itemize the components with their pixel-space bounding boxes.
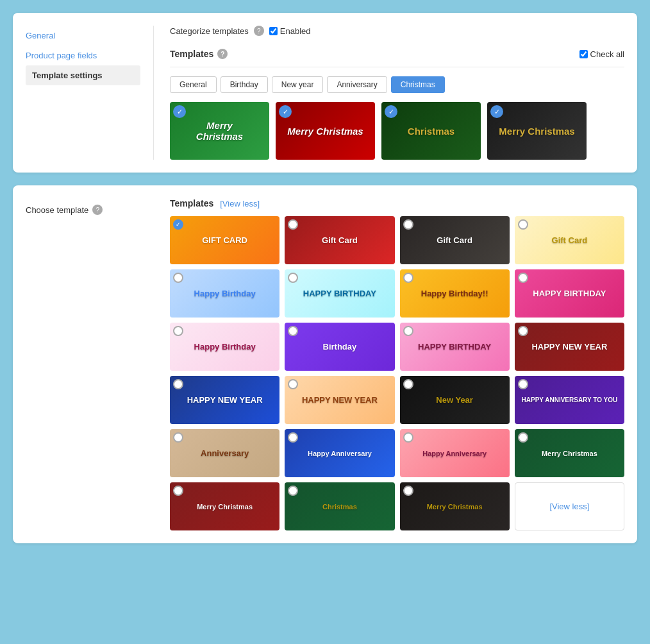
sidebar-item-general[interactable]: General bbox=[26, 26, 140, 46]
tcard-xm-green2[interactable]: Christmas bbox=[285, 482, 394, 530]
help-icon-categorize[interactable]: ? bbox=[254, 26, 264, 36]
templates-title: Templates ? bbox=[170, 49, 228, 59]
tcard-hb-blue[interactable]: Happy Birthday bbox=[170, 269, 279, 318]
tcard-text-ny-black: New Year bbox=[433, 393, 476, 407]
tcard-gc-cream[interactable]: Gift Card bbox=[515, 216, 624, 264]
tcard-text-hb-purple: Birthday bbox=[321, 339, 360, 354]
help-icon-choose-template[interactable]: ? bbox=[92, 205, 103, 215]
tcard-text-hb-pink: Happy Birthday bbox=[192, 339, 258, 354]
radio-hb-cyan bbox=[288, 273, 298, 283]
xmas3-text: Christmas bbox=[408, 126, 454, 137]
tab-anniversary[interactable]: Anniversary bbox=[327, 76, 387, 93]
check-all-checkbox[interactable] bbox=[579, 50, 588, 58]
tcard-text-gc-red: Gift Card bbox=[319, 233, 360, 248]
radio-hb-blue bbox=[173, 273, 183, 283]
tcard-text-an-blue: Happy Anniversary bbox=[305, 447, 374, 460]
tcard-text-an-pink: Happy Anniversary bbox=[420, 447, 489, 460]
template-thumb-xmas3[interactable]: ✓ Christmas bbox=[381, 102, 481, 160]
choose-template-text: Choose template bbox=[26, 205, 88, 215]
tcard-an-tan[interactable]: Anniversary bbox=[170, 429, 279, 477]
radio-xm-red2 bbox=[173, 486, 183, 496]
tcard-text-hb-pink2: HAPPY BIRTHDAY bbox=[415, 339, 494, 354]
radio-an-tan bbox=[173, 432, 183, 443]
check-all-text: Check all bbox=[590, 49, 624, 59]
help-icon-templates[interactable]: ? bbox=[217, 49, 228, 59]
tcard-hb-yellow[interactable]: Happy Birthday!! bbox=[400, 269, 510, 318]
radio-hb-pink bbox=[173, 326, 183, 336]
top-template-grid: ✓ MerryChristmas ✓ Merry Christmas ✓ Chr… bbox=[170, 102, 624, 160]
radio-gc-dark bbox=[403, 219, 413, 230]
tcard-text-gc-dark: Gift Card bbox=[434, 233, 475, 248]
tcard-xm-green[interactable]: Merry Christmas bbox=[515, 429, 624, 477]
tcard-hb-cyan[interactable]: HAPPY BIRTHDAY bbox=[285, 269, 394, 318]
view-less-header-link[interactable]: [View less] bbox=[220, 199, 260, 208]
radio-hb-darkred bbox=[518, 326, 528, 336]
sidebar-item-template-settings[interactable]: Template settings bbox=[26, 65, 140, 85]
tcard-text-gc-cream: Gift Card bbox=[549, 233, 590, 248]
tcard-gc-orange[interactable]: ✓ GIFT CARD bbox=[170, 216, 279, 264]
tcard-hb-darkred[interactable]: HAPPY NEW YEAR bbox=[515, 323, 624, 371]
tcard-hb-purple[interactable]: Birthday bbox=[285, 323, 394, 371]
radio-ny-black bbox=[403, 379, 413, 389]
tcard-xm-red2[interactable]: Merry Christmas bbox=[170, 482, 279, 530]
template-thumb-xmas1[interactable]: ✓ MerryChristmas bbox=[170, 102, 269, 160]
top-panel: General Product page fields Template set… bbox=[13, 13, 637, 173]
sidebar-item-product-page-fields[interactable]: Product page fields bbox=[26, 46, 140, 65]
tcard-gc-red[interactable]: Gift Card bbox=[285, 216, 394, 264]
tcard-hb-pink2[interactable]: HAPPY BIRTHDAY bbox=[400, 323, 510, 371]
enabled-label: Enabled bbox=[280, 26, 311, 36]
tcard-hb-magenta[interactable]: HAPPY BIRTHDAY bbox=[515, 269, 624, 318]
sidebar: General Product page fields Template set… bbox=[26, 26, 154, 160]
tab-new-year[interactable]: New year bbox=[272, 76, 324, 93]
radio-hb-pink2 bbox=[403, 326, 413, 336]
tcard-text-an-tan: Anniversary bbox=[198, 446, 251, 461]
tcard-text-hb-yellow: Happy Birthday!! bbox=[419, 286, 491, 301]
tcard-an-blue[interactable]: Happy Anniversary bbox=[285, 429, 394, 477]
tcard-ny-black[interactable]: New Year bbox=[400, 376, 510, 424]
bottom-left: Choose template ? bbox=[26, 198, 154, 530]
tcard-text-ny-blue: HAPPY NEW YEAR bbox=[185, 393, 265, 407]
template-thumb-xmas2[interactable]: ✓ Merry Christmas bbox=[276, 102, 375, 160]
tab-general[interactable]: General bbox=[170, 76, 217, 93]
tcard-xm-dark[interactable]: Merry Christmas bbox=[400, 482, 510, 530]
bottom-template-grid: ✓ GIFT CARD Gift Card Gift Card Gift Car… bbox=[170, 216, 624, 530]
radio-hb-purple bbox=[288, 326, 298, 336]
enabled-checkbox-label[interactable]: Enabled bbox=[269, 26, 311, 36]
tcard-hb-pink[interactable]: Happy Birthday bbox=[170, 323, 279, 371]
xmas4-text: Merry Christmas bbox=[499, 126, 574, 137]
view-less-cell-text: [View less] bbox=[549, 502, 589, 511]
radio-xm-dark bbox=[403, 486, 413, 496]
radio-gc-cream bbox=[518, 219, 528, 230]
tcard-text-hb-magenta: HAPPY BIRTHDAY bbox=[530, 286, 608, 301]
categorize-row: Categorize templates ? Enabled bbox=[170, 26, 624, 36]
radio-an-blue bbox=[288, 432, 298, 443]
tcard-ny-purple[interactable]: HAPPY ANNIVERSARY TO YOU bbox=[515, 376, 624, 424]
tab-birthday[interactable]: Birthday bbox=[221, 76, 268, 93]
radio-an-pink bbox=[403, 432, 413, 443]
radio-gc-orange: ✓ bbox=[173, 219, 183, 230]
xmas2-text: Merry Christmas bbox=[287, 126, 363, 137]
tab-christmas[interactable]: Christmas bbox=[391, 76, 445, 93]
filter-tabs: General Birthday New year Anniversary Ch… bbox=[170, 76, 624, 93]
check-badge-xmas2: ✓ bbox=[279, 105, 292, 118]
view-less-cell[interactable]: [View less] bbox=[515, 482, 624, 530]
radio-xm-green bbox=[518, 432, 528, 443]
radio-xm-green2 bbox=[288, 486, 298, 496]
tcard-ny-peach[interactable]: HAPPY NEW YEAR bbox=[285, 376, 394, 424]
radio-hb-yellow bbox=[403, 273, 413, 283]
tcard-an-pink[interactable]: Happy Anniversary bbox=[400, 429, 510, 477]
top-content: Categorize templates ? Enabled Templates… bbox=[154, 26, 624, 160]
tcard-text-xm-green2: Christmas bbox=[320, 500, 360, 513]
radio-ny-purple bbox=[518, 379, 528, 389]
bottom-templates-header: Templates [View less] bbox=[170, 198, 624, 208]
template-thumb-xmas4[interactable]: ✓ Merry Christmas bbox=[487, 102, 587, 160]
radio-ny-blue bbox=[173, 379, 183, 389]
bottom-panel: Choose template ? Templates [View less] … bbox=[13, 185, 637, 543]
tcard-text-hb-cyan: HAPPY BIRTHDAY bbox=[301, 286, 379, 301]
check-all-label[interactable]: Check all bbox=[579, 49, 624, 59]
enabled-checkbox[interactable] bbox=[269, 27, 278, 35]
tcard-gc-dark[interactable]: Gift Card bbox=[400, 216, 510, 264]
tcard-text-ny-peach: HAPPY NEW YEAR bbox=[299, 393, 380, 407]
tcard-ny-blue[interactable]: HAPPY NEW YEAR bbox=[170, 376, 279, 424]
xmas1-text: MerryChristmas bbox=[196, 120, 243, 142]
